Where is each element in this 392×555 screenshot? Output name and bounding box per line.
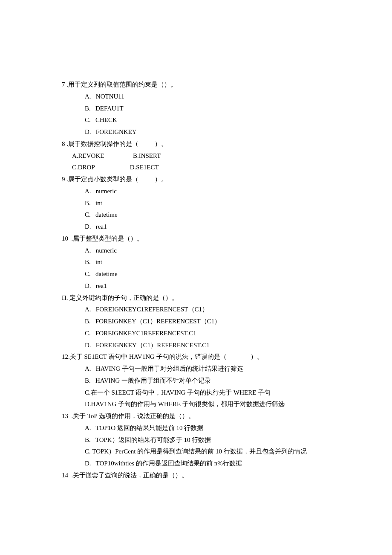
q11-option-d: D. FOREIGNKEY（C1）REFERENCEST.C1 (62, 340, 337, 352)
q12-option-b: B. HAVING 一般作用于组而不针对单个记录 (62, 375, 337, 387)
q12-stem: 12.关于 SE1ECT 语句中 HAV1NG 子句的说法，错误的是（ ）。 (62, 351, 337, 363)
q13-option-d: D. TOP10withties 的作用是返回查询结果的前 n%行数据 (62, 458, 337, 470)
q11-option-c: C. FOREIGNKEYC1REFERENCEST.C1 (62, 328, 337, 340)
q7-option-c: C. CHECK (62, 114, 337, 126)
q9-option-d: D. rea1 (62, 221, 337, 233)
q11-stem: Π. 定义外键约束的子句，正确的是（）。 (62, 292, 337, 304)
q13-stem: 13 .关于 ToP 选项的作用，说法正确的是（）。 (62, 410, 337, 422)
q10-stem: 10 .属于整型类型的是（）。 (62, 233, 337, 245)
q11-option-a: A. FOREIGNKEYC1REFERENCEST（C1） (62, 304, 337, 316)
q9-option-a: A. numeric (62, 186, 337, 198)
q12-option-d: D.HAV1NG 子句的作用与 WHERE 子句很类似，都用于对数据进行筛选 (62, 398, 337, 410)
q7-option-d: D. FOREIGNKEY (62, 126, 337, 138)
q8-options-row1: A.REVOKE B.INSERT (62, 150, 337, 162)
q10-option-a: A. numeric (62, 245, 337, 257)
q8-options-row2: C.DROP D.SE1ECT (62, 162, 337, 174)
q13-option-a: A. TOP1O 返回的结果只能是前 10 行数据 (62, 422, 337, 434)
q10-option-d: D. rea1 (62, 280, 337, 292)
q9-option-b: B. int (62, 198, 337, 209)
q14-stem: 14 .关于嵌套子查询的说法，正确的是（）。 (62, 470, 337, 482)
q9-stem: 9 .属于定点小数类型的是（ ）。 (62, 174, 337, 186)
q7-stem: 7 .用于定义列的取值范围的约束是（）。 (62, 79, 337, 91)
q13-option-c: C. TOPK）PerCent 的作用是得到查询结果的前 10 行数据，并且包含… (62, 446, 337, 458)
q12-option-c: C.在一个 S1EECT 语句中，HAVING 子句的执行先于 WHERE 子句 (62, 387, 337, 399)
q10-option-b: B. int (62, 256, 337, 268)
q9-option-c: C. datetime (62, 209, 337, 221)
q13-option-b: B. TOPK）返回的结果有可能多于 10 行数据 (62, 434, 337, 446)
q8-stem: 8 .属于数据控制操作的是（ ）。 (62, 138, 337, 150)
q12-option-a: A. HAVING 子句一般用于对分组后的统计结果进行筛选 (62, 363, 337, 375)
q10-option-c: C. datetime (62, 268, 337, 280)
q7-option-b: B. DEFAU1T (62, 103, 337, 115)
q7-option-a: A. NOTNU11 (62, 91, 337, 103)
document-page: 7 .用于定义列的取值范围的约束是（）。 A. NOTNU11 B. DEFAU… (0, 0, 392, 555)
q11-option-b: B. FOREIGNKEY（C1）REFERENCEST（C1） (62, 316, 337, 328)
